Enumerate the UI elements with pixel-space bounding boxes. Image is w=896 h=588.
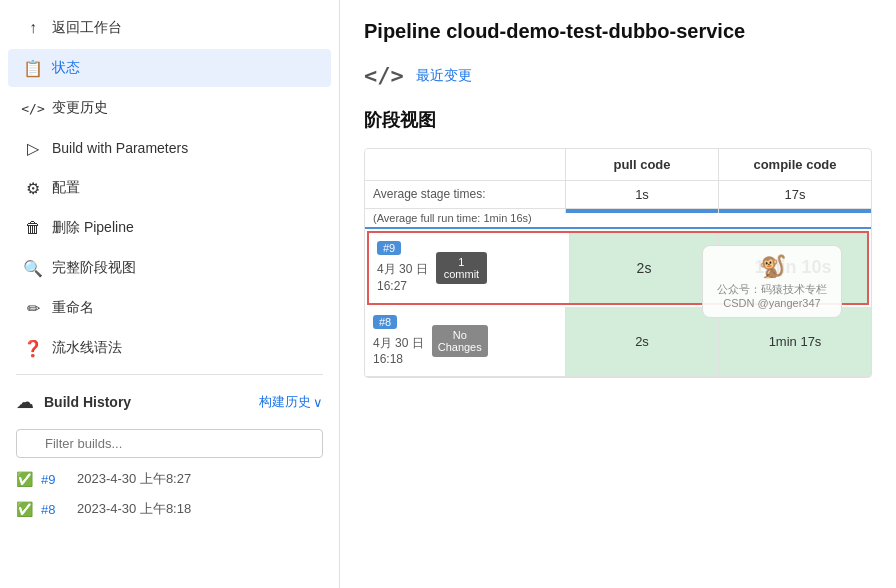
watermark-line2: CSDN @yanger347: [723, 297, 820, 309]
stage-col-pull-code: pull code: [565, 149, 718, 180]
build-history-link[interactable]: 构建历史 ∨: [259, 393, 323, 411]
build-item-9[interactable]: ✅ #9 2023-4-30 上午8:27: [0, 464, 339, 494]
full-run-label: (Average full run time: 1min 16s): [365, 209, 565, 227]
filter-input-wrap: 🔍: [0, 423, 339, 464]
sidebar-item-status[interactable]: 📋 状态: [8, 49, 331, 87]
progress-bar-pull: [565, 209, 718, 213]
page-title: Pipeline cloud-demo-test-dubbo-service: [364, 20, 872, 43]
build-9-date: 2023-4-30 上午8:27: [77, 470, 191, 488]
full-stage-icon: 🔍: [24, 259, 42, 277]
sidebar-status-label: 状态: [52, 59, 80, 77]
sidebar-back-label: 返回工作台: [52, 19, 122, 37]
build-history-icon: ☁: [16, 391, 34, 413]
build-9-info-row: #9 4月 30 日 16:27 1 commit: [377, 241, 561, 295]
avg-label: Average stage times:: [365, 181, 565, 208]
build-8-date: 2023-4-30 上午8:18: [77, 500, 191, 518]
status-icon: 📋: [24, 59, 42, 77]
build-params-icon: ▷: [24, 139, 42, 157]
recent-change-link[interactable]: 最近变更: [416, 67, 472, 85]
main-content: Pipeline cloud-demo-test-dubbo-service <…: [340, 0, 896, 588]
recent-change-row: </> 最近变更: [364, 63, 872, 88]
build-history-header: ☁ Build History 构建历史 ∨: [0, 381, 339, 423]
build-9-num: #9: [41, 472, 69, 487]
sidebar-item-full-stage-view[interactable]: 🔍 完整阶段视图: [8, 249, 331, 287]
sidebar: ↑ 返回工作台 📋 状态 </> 变更历史 ▷ Build with Param…: [0, 0, 340, 588]
watermark-icon: 🐒: [759, 254, 786, 280]
build-8-info-row: #8 4月 30 日 16:18 NoChanges: [373, 315, 557, 369]
sidebar-divider: [16, 374, 323, 375]
sidebar-item-change-history[interactable]: </> 变更历史: [8, 89, 331, 127]
build-9-info: #9 4月 30 日 16:27 1 commit: [369, 233, 569, 303]
build-9-commit: 1 commit: [436, 252, 487, 284]
avg-compile-code-time: 17s: [718, 181, 871, 208]
main-content-area: Pipeline cloud-demo-test-dubbo-service <…: [364, 20, 872, 378]
build-8-pull-code-time: 2s: [565, 307, 718, 377]
build-9-pull-code-time: 2s: [569, 233, 718, 303]
sidebar-syntax-label: 流水线语法: [52, 339, 122, 357]
sidebar-change-history-label: 变更历史: [52, 99, 108, 117]
stage-label-col-header: [365, 149, 565, 180]
sidebar-rename-label: 重命名: [52, 299, 94, 317]
code-icon: </>: [364, 63, 404, 88]
build-9-badge: #9: [377, 241, 401, 255]
syntax-icon: ❓: [24, 339, 42, 357]
build-9-date: 4月 30 日 16:27: [377, 261, 428, 295]
build-8-info: #8 4月 30 日 16:18 NoChanges: [365, 307, 565, 377]
stage-col-compile-code: compile code: [718, 149, 871, 180]
sidebar-item-config[interactable]: ⚙ 配置: [8, 169, 331, 207]
avg-times-row: Average stage times: 1s 17s: [365, 181, 871, 209]
avg-pull-code-time: 1s: [565, 181, 718, 208]
filter-builds-input[interactable]: [16, 429, 323, 458]
rename-icon: ✏: [24, 299, 42, 317]
full-run-row: (Average full run time: 1min 16s): [365, 209, 871, 229]
sidebar-config-label: 配置: [52, 179, 80, 197]
stage-header-row: pull code compile code: [365, 149, 871, 181]
build-9-status-icon: ✅: [16, 471, 33, 487]
change-history-icon: </>: [24, 99, 42, 117]
back-icon: ↑: [24, 19, 42, 37]
section-title: 阶段视图: [364, 108, 872, 132]
delete-icon: 🗑: [24, 219, 42, 237]
build-8-num: #8: [41, 502, 69, 517]
watermark: 🐒 公众号：码猿技术专栏 CSDN @yanger347: [702, 245, 842, 318]
sidebar-item-build-with-params[interactable]: ▷ Build with Parameters: [8, 129, 331, 167]
chevron-down-icon: ∨: [313, 395, 323, 410]
sidebar-item-pipeline-syntax[interactable]: ❓ 流水线语法: [8, 329, 331, 367]
build-8-no-changes: NoChanges: [432, 325, 488, 357]
sidebar-item-back[interactable]: ↑ 返回工作台: [8, 9, 331, 47]
build-item-8[interactable]: ✅ #8 2023-4-30 上午8:18: [0, 494, 339, 524]
build-8-badge: #8: [373, 315, 397, 329]
config-icon: ⚙: [24, 179, 42, 197]
progress-bar-compile: [718, 209, 871, 213]
sidebar-item-delete-pipeline[interactable]: 🗑 删除 Pipeline: [8, 209, 331, 247]
build-history-title: Build History: [44, 394, 249, 410]
filter-input-container: 🔍: [16, 429, 323, 458]
watermark-line1: 公众号：码猿技术专栏: [717, 282, 827, 297]
sidebar-build-params-label: Build with Parameters: [52, 140, 188, 156]
sidebar-item-rename[interactable]: ✏ 重命名: [8, 289, 331, 327]
build-8-status-icon: ✅: [16, 501, 33, 517]
sidebar-delete-label: 删除 Pipeline: [52, 219, 134, 237]
build-8-date: 4月 30 日 16:18: [373, 335, 424, 369]
sidebar-full-stage-label: 完整阶段视图: [52, 259, 136, 277]
